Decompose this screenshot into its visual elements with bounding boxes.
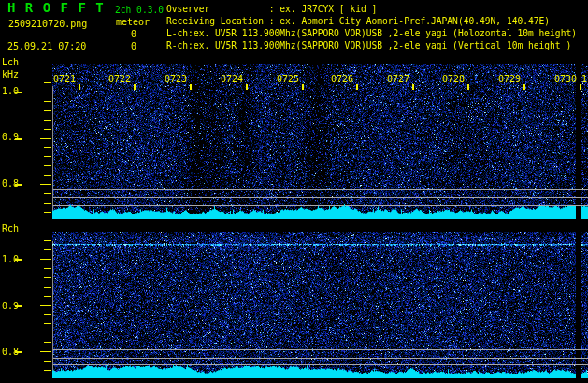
meteor-count-l: 0 xyxy=(131,28,136,40)
time-label: 0730 xyxy=(554,74,577,85)
freq-label: 0.9 xyxy=(2,131,19,143)
app-version: 2ch 0.3.0 xyxy=(115,4,164,16)
location-line: Receiving Location : ex. Aomori City Aom… xyxy=(166,15,550,27)
khz-unit-label: kHz xyxy=(2,68,19,80)
time-label: 0723 xyxy=(165,74,187,85)
freq-label: 0.9 xyxy=(2,300,19,312)
time-label: 0728 xyxy=(442,74,465,85)
time-label: 0726 xyxy=(331,74,353,85)
app-title: H R O F F T xyxy=(7,2,105,14)
time-label: 0727 xyxy=(387,74,409,85)
output-filename: 2509210720.png xyxy=(8,18,87,30)
time-label: 0721 xyxy=(53,74,76,85)
rch-panel-label: Rch xyxy=(2,222,19,234)
hrofft-window: H R O F F T 2ch 0.3.0 2509210720.png met… xyxy=(0,0,588,383)
lch-config-line: L-ch:ex. UV5R 113.900Mhz(SAPPORO VOR)USB… xyxy=(166,27,577,39)
time-label: 0729 xyxy=(498,74,521,85)
lch-panel-label: Lch xyxy=(2,56,19,68)
freq-label: 1.0 xyxy=(2,85,19,97)
freq-label: 0.8 xyxy=(2,346,19,358)
meteor-count-r: 0 xyxy=(131,40,136,52)
freq-label: 1.0 xyxy=(2,253,19,265)
time-label: 0724 xyxy=(221,74,243,85)
datetime-label: 25.09.21 07:20 xyxy=(7,40,86,52)
spectrogram-canvas xyxy=(0,0,588,383)
time-label: 0725 xyxy=(277,74,299,85)
rch-config-line: R-ch:ex. UV5R 113.900Mhz(SAPPORO VOR)USB… xyxy=(166,39,571,51)
mode-label: meteor xyxy=(116,16,150,28)
observer-line: Ovserver : ex. JR7CYX [ kid ] xyxy=(166,3,377,15)
freq-label: 0.8 xyxy=(2,177,19,190)
time-label: 0722 xyxy=(108,74,131,85)
time-label-partial: 1 xyxy=(581,74,587,85)
